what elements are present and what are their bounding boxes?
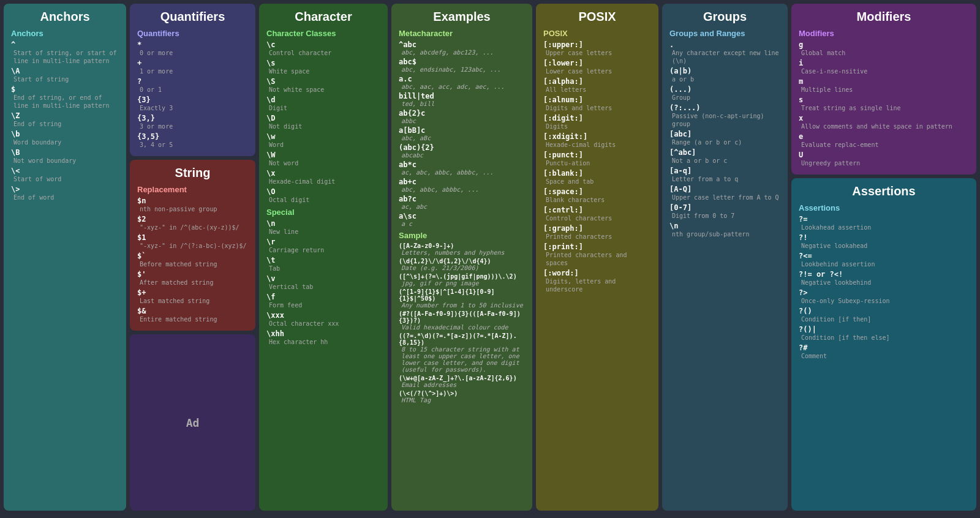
groups-items: .Any character except new line (\n)(a|b)… (669, 40, 780, 238)
examples-sample-section: Sample (399, 231, 525, 240)
list-item: a\sca c (399, 212, 525, 227)
list-item: [:alnum:]Digits and letters (543, 96, 651, 112)
anchors-items: ^Start of string, or start of line in mu… (11, 40, 119, 201)
modifiers-items: gGlobal matchiCase-i-nse-nsitivemMultipl… (799, 40, 969, 167)
list-item: \wWord (266, 132, 380, 149)
list-item: gGlobal match (799, 40, 969, 57)
modifiers-title: Modifiers (799, 10, 969, 24)
quantifiers-items: *0 or more+1 or more?0 or 1{3}Exactly 3{… (137, 40, 248, 149)
list-item: [:cntrl:]Control characters (543, 206, 651, 222)
examples-meta-items: ^abcabc, abcdefg, abc123, ...abc$abc, en… (399, 40, 525, 227)
list-item: .Any character except new line (\n) (669, 40, 780, 65)
list-item: \bWord boundary (11, 130, 119, 146)
list-item: [^abc]Not a or b or c (669, 148, 780, 165)
list-item: $1"-xyz-" in /^(?:a-bc)-(xyz)$/ (137, 233, 248, 250)
list-item: \>End of word (11, 185, 119, 201)
list-item: [abc]Range (a or b or c) (669, 130, 780, 146)
groups-section: Groups and Ranges (669, 29, 780, 38)
list-item: \xHexade-cimal digit (266, 169, 380, 186)
list-item: $'After matched string (137, 270, 248, 287)
quantifiers-card: Quantifiers Quantifiers *0 or more+1 or … (130, 4, 255, 156)
groups-card: Groups Groups and Ranges .Any character … (662, 4, 788, 511)
list-item: \AStart of string (11, 67, 119, 83)
string-items: $nnth non-passive group$2"-xyz-" in /^(a… (137, 197, 248, 323)
list-item: *0 or more (137, 40, 248, 57)
list-item: ?>Once-only Subexp-ression (799, 288, 969, 305)
examples-title: Examples (399, 10, 525, 24)
list-item: +1 or more (137, 59, 248, 75)
list-item: (\<(/?(\^>]+)\>)HTML Tag (399, 390, 525, 404)
list-item: [:digit:]Digits (543, 114, 651, 130)
quantifiers-title: Quantifiers (137, 10, 248, 24)
character-title: Character (266, 10, 380, 24)
list-item: (abc){2}abcabc (399, 143, 525, 159)
list-item: [:upper:]Upper case letters (543, 40, 651, 57)
list-item: \BNot word boundary (11, 148, 119, 165)
list-item: (...)Group (669, 85, 780, 102)
list-item: (\w+@[a-zA-Z_]+?\.[a-zA-Z]{2,6})Email ad… (399, 375, 525, 388)
posix-items: [:upper:]Upper case letters[:lower:]Lowe… (543, 40, 651, 293)
list-item: \tTab (266, 256, 380, 272)
list-item: xAllow comments and white space in patte… (799, 114, 969, 130)
list-item: ab*cac, abc, abbc, abbbc, ... (399, 160, 525, 176)
list-item: \vVertical tab (266, 274, 380, 291)
list-item: [:print:]Printed characters and spaces (543, 242, 651, 267)
list-item: ?<=Lookbehind assertion (799, 252, 969, 268)
list-item: [:graph:]Printed characters (543, 224, 651, 241)
list-item: ?!= or ?<!Negative lookbehind (799, 270, 969, 287)
list-item: ([A-Za-z0-9-]+)Letters, numbers and hyph… (399, 242, 525, 256)
character-classes-section: Character Classes (266, 29, 380, 38)
list-item: ^Start of string, or start of line in mu… (11, 40, 119, 65)
list-item: ([^\s]+(?=\.(jpg|gif|png)))\.\2)jpg, gif… (399, 273, 525, 287)
list-item: ?0 or 1 (137, 77, 248, 94)
list-item: {3,5}3, 4 or 5 (137, 132, 248, 149)
anchors-section: Anchors (11, 29, 119, 38)
list-item: $+Last matched string (137, 288, 248, 305)
list-item: ?=Lookahead assertion (799, 215, 969, 231)
ad-card: Ad (130, 334, 255, 511)
list-item: \SNot white space (266, 77, 380, 94)
list-item: ?()|Condition [if then else] (799, 325, 969, 342)
list-item: [A-Q]Upper case letter from A to Q (669, 185, 780, 201)
list-item: ab+cabc, abbc, abbbc, ... (399, 178, 525, 193)
list-item: [:lower:]Lower case letters (543, 59, 651, 75)
list-item: [a-q]Letter from a to q (669, 167, 780, 183)
anchors-card: Anchors Anchors ^Start of string, or sta… (4, 4, 126, 511)
list-item: \xxxOctal character xxx (266, 311, 380, 328)
string-title: String (137, 166, 248, 180)
list-item: \cControl character (266, 40, 380, 57)
list-item: \nnth group/sub-pattern (669, 222, 780, 238)
list-item: [:alpha:]All letters (543, 77, 651, 94)
list-item: ^abcabc, abcdefg, abc123, ... (399, 40, 525, 56)
list-item: eEvaluate replac-ement (799, 132, 969, 149)
list-item: \ZEnd of string (11, 111, 119, 128)
list-item: (^[1-9]{1}$|^[1-4]{1}[0-9]{1}$|^50$)Any … (399, 288, 525, 309)
modifiers-section: Modifiers (799, 29, 969, 38)
list-item: [:space:]Blank characters (543, 187, 651, 204)
list-item: {3,}3 or more (137, 114, 248, 130)
list-item: ?!Negative lookahead (799, 233, 969, 250)
list-item: [:xdigit:]Hexade-cimal digits (543, 132, 651, 149)
list-item: abc$abc, endsinabc, 123abc, ... (399, 58, 525, 73)
list-item: UUngreedy pattern (799, 151, 969, 167)
list-item: a.cabc, aac, acc, adc, aec, ... (399, 75, 525, 90)
list-item: \rCarriage return (266, 238, 380, 254)
assertions-title: Assertions (799, 184, 969, 198)
character-card: Character Character Classes \cControl ch… (259, 4, 388, 511)
list-item: $End of string, or end of line in multi-… (11, 85, 119, 110)
list-item: \fForm feed (266, 293, 380, 309)
examples-meta-section: Metacharacter (399, 29, 525, 38)
assertions-section: Assertions (799, 203, 969, 212)
string-card: String Replacement $nnth non-passive gro… (130, 160, 255, 331)
examples-card: Examples Metacharacter ^abcabc, abcdefg,… (391, 4, 532, 511)
character-special-items: \nNew line\rCarriage return\tTab\vVertic… (266, 219, 380, 346)
examples-sample-items: ([A-Za-z0-9-]+)Letters, numbers and hyph… (399, 242, 525, 404)
ad-text: Ad (186, 416, 200, 429)
list-item: ((?=.*\d)(?=.*[a-z])(?=.*[A-Z]).{8,15})8… (399, 332, 525, 373)
list-item: $nnth non-passive group (137, 197, 248, 213)
assertions-items: ?=Lookahead assertion?!Negative lookahea… (799, 215, 969, 360)
list-item: a[bB]cabc, aBc (399, 126, 525, 141)
list-item: sTreat string as single line (799, 96, 969, 112)
character-special-section: Special (266, 208, 380, 217)
list-item: ?#Comment (799, 343, 969, 360)
